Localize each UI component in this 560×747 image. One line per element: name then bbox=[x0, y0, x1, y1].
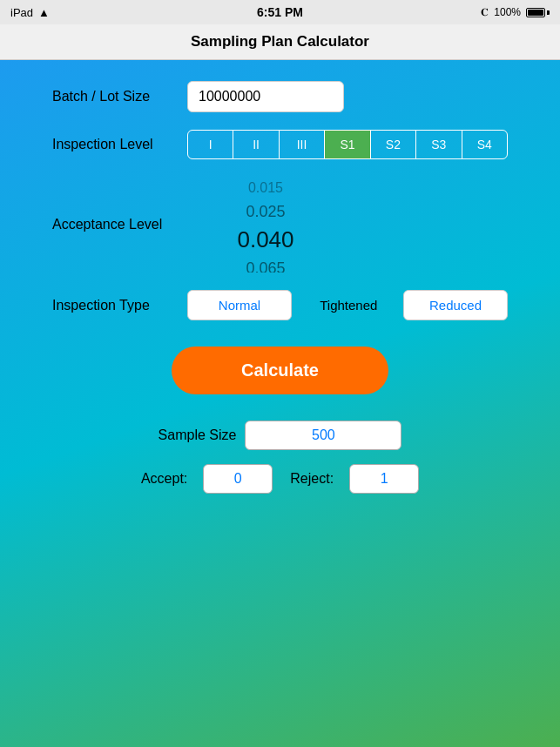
calculate-button[interactable]: Calculate bbox=[172, 347, 388, 394]
sample-size-row: Sample Size 500 bbox=[52, 421, 508, 450]
seg-btn-S1[interactable]: S1 bbox=[325, 131, 370, 158]
battery-icon bbox=[526, 8, 550, 17]
sample-size-value: 500 bbox=[245, 421, 401, 450]
accept-item: Accept: 0 bbox=[141, 464, 273, 494]
seg-btn-S2[interactable]: S2 bbox=[371, 131, 416, 158]
battery-percent: 100% bbox=[494, 6, 521, 18]
inspection-type-tightened[interactable]: Tightened bbox=[296, 291, 401, 320]
inspection-type-row: Inspection Type Normal Tightened Reduced bbox=[52, 290, 508, 320]
reject-item: Reject: 1 bbox=[290, 464, 419, 494]
batch-lot-input[interactable] bbox=[187, 81, 344, 112]
inspection-level-control: I II III S1 S2 S3 S4 bbox=[187, 130, 508, 159]
batch-lot-label: Batch / Lot Size bbox=[52, 89, 187, 104]
seg-btn-II[interactable]: II bbox=[233, 131, 279, 158]
inspection-level-label: Inspection Level bbox=[52, 137, 187, 152]
calculate-wrapper: Calculate bbox=[52, 347, 508, 394]
acceptance-level-picker[interactable]: 0.015 0.025 0.040 0.065 0.10 bbox=[187, 177, 344, 273]
inspection-type-reduced[interactable]: Reduced bbox=[403, 290, 508, 320]
seg-btn-S4[interactable]: S4 bbox=[462, 131, 507, 158]
main-content: Batch / Lot Size Inspection Level I II I… bbox=[0, 60, 560, 515]
batch-lot-row: Batch / Lot Size bbox=[52, 81, 508, 112]
acceptance-level-row: Acceptance Level 0.015 0.025 0.040 0.065… bbox=[52, 177, 508, 273]
app-title: Sampling Plan Calculator bbox=[0, 24, 560, 60]
inspection-type-label: Inspection Type bbox=[52, 298, 187, 313]
wifi-icon: ▲ bbox=[38, 6, 50, 19]
seg-btn-I[interactable]: I bbox=[188, 131, 233, 158]
inspection-type-normal[interactable]: Normal bbox=[187, 290, 292, 320]
picker-item-1: 0.025 bbox=[246, 199, 285, 225]
accept-label: Accept: bbox=[141, 471, 187, 487]
picker-item-3: 0.065 bbox=[246, 256, 285, 273]
accept-reject-row: Accept: 0 Reject: 1 bbox=[52, 464, 508, 494]
status-left: iPad ▲ bbox=[10, 6, 50, 19]
status-right: 𝐂 100% bbox=[481, 6, 550, 18]
sample-size-label: Sample Size bbox=[159, 427, 237, 443]
bluetooth-icon: 𝐂 bbox=[481, 6, 489, 18]
status-bar: iPad ▲ 6:51 PM 𝐂 100% bbox=[0, 0, 560, 24]
status-time: 6:51 PM bbox=[257, 5, 303, 19]
seg-btn-III[interactable]: III bbox=[280, 131, 325, 158]
seg-btn-S3[interactable]: S3 bbox=[416, 131, 462, 158]
inspection-level-row: Inspection Level I II III S1 S2 S3 S4 bbox=[52, 130, 508, 159]
picker-item-0: 0.015 bbox=[248, 177, 283, 199]
reject-label: Reject: bbox=[290, 471, 334, 487]
device-label: iPad bbox=[10, 6, 33, 19]
picker-item-selected: 0.040 bbox=[237, 224, 293, 255]
accept-value: 0 bbox=[203, 464, 273, 494]
reject-value: 1 bbox=[349, 464, 419, 494]
acceptance-level-label: Acceptance Level bbox=[52, 217, 187, 232]
